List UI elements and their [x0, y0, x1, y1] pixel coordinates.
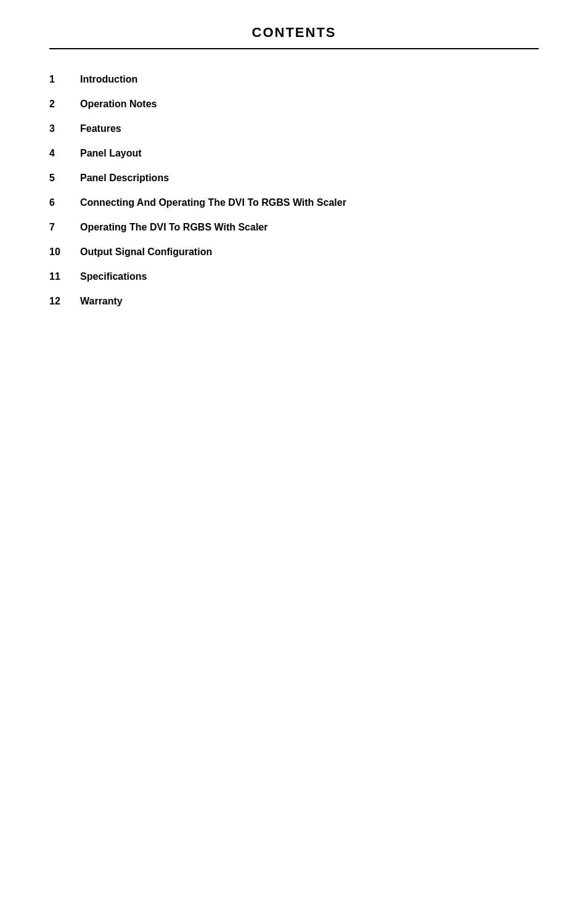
toc-item: 5Panel Descriptions	[49, 173, 539, 184]
toc-label: Operating The DVI To RGBS With Scaler	[80, 222, 267, 233]
toc-item: 1Introduction	[49, 74, 539, 85]
toc-item: 10Output Signal Configuration	[49, 247, 539, 258]
toc-label: Panel Descriptions	[80, 173, 169, 184]
toc-number: 6	[49, 197, 80, 208]
page-title: CONTENTS	[252, 25, 337, 40]
toc-label: Features	[80, 123, 121, 134]
page-header: CONTENTS	[49, 25, 539, 49]
toc-number: 5	[49, 173, 80, 184]
toc-number: 1	[49, 74, 80, 85]
toc-item: 6Connecting And Operating The DVI To RGB…	[49, 197, 539, 208]
toc-item: 4Panel Layout	[49, 148, 539, 159]
toc-number: 4	[49, 148, 80, 159]
toc-label: Panel Layout	[80, 148, 142, 159]
toc-label: Output Signal Configuration	[80, 247, 212, 258]
toc-item: 3Features	[49, 123, 539, 134]
toc-number: 3	[49, 123, 80, 134]
toc-item: 11Specifications	[49, 271, 539, 282]
page: CONTENTS 1Introduction2Operation Notes3F…	[0, 0, 588, 909]
toc-label: Operation Notes	[80, 99, 157, 110]
toc-label: Connecting And Operating The DVI To RGBS…	[80, 197, 346, 208]
toc-number: 10	[49, 247, 80, 258]
toc-number: 2	[49, 99, 80, 110]
toc-item: 2Operation Notes	[49, 99, 539, 110]
toc-number: 12	[49, 296, 80, 307]
toc-number: 7	[49, 222, 80, 233]
toc-item: 12Warranty	[49, 296, 539, 307]
toc-label: Specifications	[80, 271, 147, 282]
toc-item: 7Operating The DVI To RGBS With Scaler	[49, 222, 539, 233]
toc-number: 11	[49, 271, 80, 282]
toc-list: 1Introduction2Operation Notes3Features4P…	[49, 74, 539, 307]
toc-label: Introduction	[80, 74, 137, 85]
toc-label: Warranty	[80, 296, 123, 307]
